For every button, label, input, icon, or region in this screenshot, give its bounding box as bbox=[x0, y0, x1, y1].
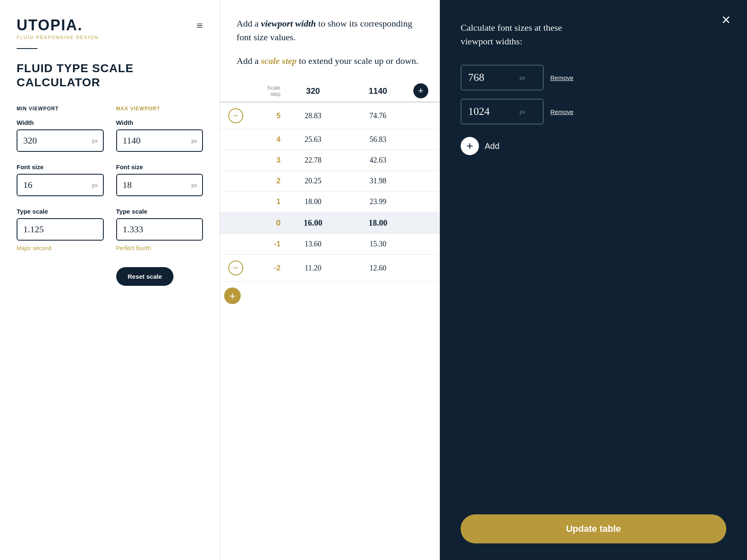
mid-panel: Add a viewport width to show its corresp… bbox=[220, 0, 440, 560]
row1-vw1: 18.00 bbox=[281, 197, 346, 206]
header-step-col: Scalestep bbox=[251, 85, 281, 97]
max-scale-name: Perfect fourth bbox=[116, 245, 203, 251]
row0-step: 0 bbox=[251, 218, 281, 228]
table-header-row: Scalestep 320 1140 + bbox=[220, 80, 439, 102]
max-width-label: Width bbox=[116, 119, 203, 126]
viewport-input-box-2[interactable]: px bbox=[461, 99, 544, 124]
row0-vw2: 18.00 bbox=[346, 218, 411, 228]
header-vw1: 320 bbox=[281, 86, 346, 96]
add-viewport-label: Add bbox=[485, 141, 500, 151]
row-1-vw2: 15.30 bbox=[346, 240, 411, 248]
table-row: 2 20.25 31.98 bbox=[220, 171, 439, 192]
max-type-scale-input-group[interactable] bbox=[116, 218, 203, 241]
viewport-input-2[interactable] bbox=[461, 100, 520, 124]
row4-vw2: 56.83 bbox=[346, 135, 411, 144]
viewport-input-1[interactable] bbox=[461, 66, 520, 90]
logo-sub: FLUID RESPONSIVE DESIGN bbox=[17, 35, 99, 40]
min-type-scale-input-group[interactable] bbox=[17, 218, 104, 241]
row1-step: 1 bbox=[251, 197, 281, 206]
row0-vw1: 16.00 bbox=[281, 218, 346, 228]
max-viewport-label: MAX VIEWPORT bbox=[116, 106, 203, 112]
row3-step: 3 bbox=[251, 156, 281, 165]
remove-step5-button[interactable]: − bbox=[228, 108, 243, 123]
remove-step-2-button[interactable]: − bbox=[228, 261, 243, 275]
remove-viewport-2-button[interactable]: Remove bbox=[550, 108, 574, 115]
table-row: 4 25.63 56.83 bbox=[220, 129, 439, 150]
max-font-size-input[interactable] bbox=[117, 175, 192, 195]
close-button[interactable]: × bbox=[722, 12, 730, 27]
viewport-input-row-2: px Remove bbox=[461, 99, 726, 124]
min-type-scale-label: Type scale bbox=[17, 208, 104, 215]
add-viewport-button[interactable]: + bbox=[461, 137, 479, 155]
min-viewport-col: MIN VIEWPORT Width px Font size px Type … bbox=[17, 106, 104, 286]
min-type-scale-input[interactable] bbox=[17, 219, 103, 240]
row3-vw2: 42.63 bbox=[346, 156, 411, 165]
row-2-vw2: 12.60 bbox=[346, 264, 411, 273]
logo-text: UTOPIA. bbox=[17, 17, 99, 34]
max-width-input-group[interactable]: px bbox=[116, 129, 203, 152]
table-row: 3 22.78 42.63 bbox=[220, 150, 439, 171]
viewport-unit-2: px bbox=[520, 109, 530, 115]
logo-block: UTOPIA. FLUID RESPONSIVE DESIGN bbox=[17, 17, 99, 40]
min-scale-name: Major second bbox=[17, 245, 104, 251]
max-width-input[interactable] bbox=[117, 130, 192, 151]
row-1-vw1: 13.60 bbox=[281, 240, 346, 248]
min-viewport-label: MIN VIEWPORT bbox=[17, 106, 104, 112]
add-scale-step-bottom-button[interactable]: + bbox=[224, 287, 241, 304]
table-row: -1 13.60 15.30 bbox=[220, 234, 439, 255]
min-font-size-input-group[interactable]: px bbox=[17, 174, 104, 196]
max-font-size-input-group[interactable]: px bbox=[116, 174, 203, 196]
row-1-step: -1 bbox=[251, 240, 281, 248]
min-width-unit: px bbox=[92, 138, 103, 144]
right-title: Calculate font sizes at these viewport w… bbox=[461, 21, 593, 48]
row4-step: 4 bbox=[251, 135, 281, 144]
scale-table: Scalestep 320 1140 + − 5 28.83 74.76 4 2… bbox=[220, 80, 439, 560]
row5-vw1: 28.83 bbox=[281, 112, 346, 120]
add-col-button[interactable]: + bbox=[413, 83, 428, 98]
viewport-input-row-1: px Remove bbox=[461, 65, 726, 90]
row5-action[interactable]: − bbox=[228, 108, 251, 123]
min-width-input-group[interactable]: px bbox=[17, 129, 104, 152]
row2-step: 2 bbox=[251, 177, 281, 185]
max-font-size-label: Font size bbox=[116, 163, 203, 170]
mid-description: Add a viewport width to show its corresp… bbox=[220, 0, 439, 80]
max-width-unit: px bbox=[191, 138, 202, 144]
reset-scale-button[interactable]: Reset scale bbox=[116, 267, 174, 286]
row-2-action[interactable]: − bbox=[228, 261, 251, 275]
viewport-unit-1: px bbox=[520, 75, 530, 81]
max-viewport-col: MAX VIEWPORT Width px Font size px Type … bbox=[116, 106, 203, 286]
right-panel: × Calculate font sizes at these viewport… bbox=[440, 0, 747, 560]
row5-vw2: 74.76 bbox=[346, 112, 411, 120]
table-row: 1 18.00 23.99 bbox=[220, 192, 439, 212]
row1-vw2: 23.99 bbox=[346, 197, 411, 206]
divider-line bbox=[17, 48, 37, 49]
remove-viewport-1-button[interactable]: Remove bbox=[550, 74, 574, 81]
min-width-input[interactable] bbox=[17, 130, 92, 151]
table-row-base: 0 16.00 18.00 bbox=[220, 212, 439, 234]
row3-vw1: 22.78 bbox=[281, 156, 346, 165]
row4-vw1: 25.63 bbox=[281, 135, 346, 144]
max-type-scale-label: Type scale bbox=[116, 208, 203, 215]
max-font-unit: px bbox=[191, 182, 202, 188]
min-width-label: Width bbox=[17, 119, 104, 126]
row-2-step: -2 bbox=[251, 264, 281, 273]
viewports-row: MIN VIEWPORT Width px Font size px Type … bbox=[17, 106, 203, 286]
viewport-input-box-1[interactable]: px bbox=[461, 65, 544, 90]
min-font-size-input[interactable] bbox=[17, 175, 92, 195]
header-vw2: 1140 bbox=[346, 86, 411, 96]
hamburger-icon[interactable]: ≡ bbox=[196, 19, 203, 32]
table-row: − 5 28.83 74.76 bbox=[220, 102, 439, 129]
table-row: − -2 11.20 12.60 bbox=[220, 255, 439, 282]
row-2-vw1: 11.20 bbox=[281, 264, 346, 273]
row2-vw1: 20.25 bbox=[281, 177, 346, 185]
row5-step: 5 bbox=[251, 112, 281, 120]
logo-area: UTOPIA. FLUID RESPONSIVE DESIGN ≡ bbox=[17, 17, 203, 40]
add-scale-step-row[interactable]: + bbox=[220, 282, 439, 310]
add-viewport-row[interactable]: + Add bbox=[461, 137, 726, 155]
min-font-size-label: Font size bbox=[17, 163, 104, 170]
min-font-unit: px bbox=[92, 182, 103, 188]
update-table-button[interactable]: Update table bbox=[461, 514, 726, 543]
max-type-scale-input[interactable] bbox=[117, 219, 203, 240]
left-panel: UTOPIA. FLUID RESPONSIVE DESIGN ≡ FLUID … bbox=[0, 0, 220, 560]
page-title: FLUID TYPE SCALE CALCULATOR bbox=[17, 61, 203, 89]
